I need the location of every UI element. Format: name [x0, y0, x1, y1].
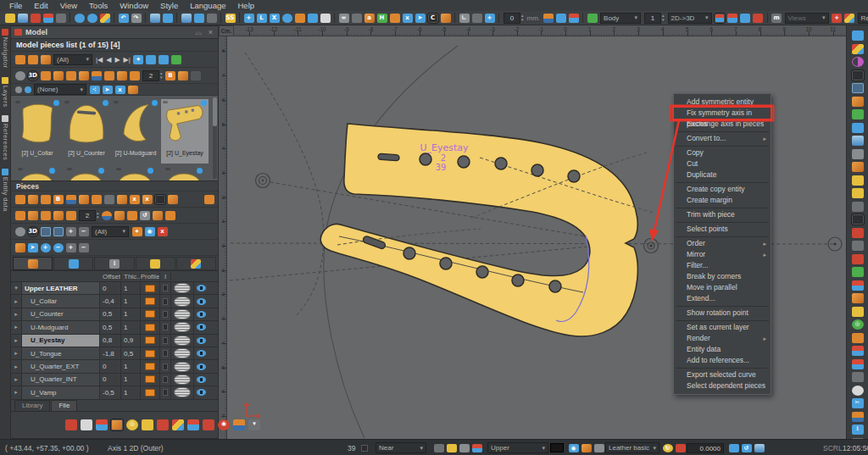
- layers-icon[interactable]: [447, 444, 457, 452]
- paste-icon[interactable]: [207, 14, 217, 23]
- project-dropdown[interactable]: Red21_RRSS02▾: [858, 13, 868, 24]
- target-icon[interactable]: [282, 14, 292, 23]
- eyelet-hole[interactable]: [568, 170, 580, 182]
- pen-green-icon[interactable]: [587, 14, 598, 23]
- paperclip-icon[interactable]: [852, 149, 864, 159]
- p2-curve-icon[interactable]: [66, 211, 76, 220]
- p4-dot-add-icon[interactable]: +: [41, 243, 51, 252]
- p3-3d-icon[interactable]: 3D: [28, 227, 38, 236]
- lock-entity-icon[interactable]: a: [364, 14, 375, 23]
- arc-icon[interactable]: [308, 14, 318, 23]
- menu-item-select-dependent-pieces[interactable]: Select dependent pieces: [674, 380, 771, 391]
- curve-x-icon[interactable]: [390, 14, 400, 23]
- menu-item-order[interactable]: Order▸: [674, 238, 771, 249]
- size-checkbox[interactable]: [361, 440, 368, 455]
- plane-blue-icon[interactable]: [740, 14, 750, 23]
- menu-item-break-by-corners[interactable]: Break by corners: [674, 271, 771, 282]
- flag-red2-icon[interactable]: [727, 14, 737, 23]
- thickness-value[interactable]: 1: [121, 374, 141, 386]
- table-row-u-eyestay[interactable]: ▸U_Eyestay0,80,9: [11, 335, 218, 347]
- square-red-icon[interactable]: [203, 419, 214, 430]
- thickness-value[interactable]: 0,9: [121, 335, 141, 347]
- ruler-blue-icon[interactable]: [852, 412, 864, 422]
- eyelet-hole[interactable]: [495, 158, 507, 169]
- eyelet-hole[interactable]: [549, 280, 561, 292]
- piece-copy-icon[interactable]: [104, 71, 114, 80]
- menu-item-add-symmetric-entity[interactable]: Add symmetric entity: [674, 97, 771, 108]
- row-checkbox[interactable]: [163, 298, 168, 305]
- pencil-edit-icon[interactable]: [28, 55, 38, 64]
- p3-minus-icon[interactable]: −: [79, 227, 89, 236]
- tab-wave[interactable]: [136, 257, 175, 270]
- piece-add-icon[interactable]: [41, 71, 51, 80]
- table-row-u-quarter-ext[interactable]: ▸U_Quarter_EXT01: [11, 360, 218, 373]
- eyelet-hole[interactable]: [512, 275, 524, 286]
- upper-slot[interactable]: [378, 153, 399, 161]
- snap-icon[interactable]: [459, 444, 470, 452]
- p2-piece3-icon[interactable]: [165, 211, 175, 220]
- thumbnail-2-u-mudguard[interactable]: ∞[2] U-Mudguard: [112, 99, 159, 164]
- piece-orange-icon[interactable]: [111, 419, 123, 430]
- profile-icon[interactable]: [145, 324, 155, 331]
- piece-orange-icon[interactable]: [852, 293, 864, 303]
- nav-next-button[interactable]: ▶: [114, 56, 120, 64]
- import-icon[interactable]: [194, 14, 204, 23]
- menu-view[interactable]: View: [54, 1, 83, 10]
- menu-item-create-copy-entity[interactable]: Create copy entity: [674, 184, 771, 195]
- last-small-icon[interactable]: [676, 444, 686, 452]
- profile-preview[interactable]: [174, 309, 191, 319]
- row-expander[interactable]: ▸: [11, 386, 22, 398]
- piece-swap-icon[interactable]: [92, 71, 102, 80]
- profile-icon[interactable]: [145, 375, 155, 383]
- p3-box2-icon[interactable]: [53, 227, 64, 236]
- axis-point-symmetry[interactable]: [644, 239, 659, 253]
- project-colors-icon[interactable]: [844, 14, 854, 23]
- p-hand-icon[interactable]: [117, 195, 127, 204]
- offset-value[interactable]: 0,8: [100, 335, 121, 347]
- offset-value[interactable]: -0,4: [100, 295, 121, 307]
- grid-icon[interactable]: [434, 444, 444, 452]
- square-blue-icon[interactable]: [852, 123, 864, 133]
- copies-spinner[interactable]: 1▴▾: [644, 13, 665, 24]
- visibility-eye-icon[interactable]: [197, 285, 206, 291]
- squares-gray-icon[interactable]: [852, 241, 864, 251]
- nav-first-button[interactable]: |◀: [96, 56, 103, 64]
- thumbnail-scrollbar[interactable]: [213, 97, 217, 179]
- row-expander[interactable]: ▸: [11, 335, 22, 347]
- side-tab-entity-data[interactable]: Entity data: [2, 169, 9, 212]
- pieces-all-dropdown[interactable]: (All)▾: [92, 226, 129, 237]
- mannequin-icon[interactable]: [556, 14, 566, 23]
- menu-item-trim-with-piece[interactable]: Trim with piece: [674, 209, 771, 220]
- piece-yellow-icon[interactable]: [852, 307, 864, 317]
- shoe-gray-icon[interactable]: [56, 14, 66, 23]
- papers-gray-icon[interactable]: [852, 202, 864, 212]
- profile-preview[interactable]: [174, 387, 191, 397]
- wrench-icon[interactable]: [594, 444, 604, 452]
- angle-snap-icon[interactable]: ∟: [459, 14, 470, 23]
- add-view-icon[interactable]: +: [832, 14, 842, 23]
- piece-dim-icon[interactable]: [191, 71, 201, 80]
- p2-round-icon[interactable]: [102, 211, 112, 220]
- flip-piece-icon[interactable]: [543, 14, 554, 23]
- table-row-u-mudguard[interactable]: ▸U-Mudguard0,51: [11, 321, 218, 334]
- p4-table-add-icon[interactable]: +: [66, 243, 76, 252]
- p3-eye-x-icon[interactable]: x: [158, 227, 168, 236]
- shoe-flag-icon[interactable]: [852, 228, 864, 238]
- menu-item-copy[interactable]: Copy: [674, 147, 771, 158]
- menu-item-cut[interactable]: Cut: [674, 158, 771, 169]
- row-expander[interactable]: ▸: [11, 308, 22, 320]
- menu-item-move-in-parallel[interactable]: Move in parallel: [674, 282, 771, 293]
- p-del-icon[interactable]: [28, 195, 38, 204]
- piece-x-icon[interactable]: [178, 71, 188, 80]
- shoe-green-icon[interactable]: [852, 267, 864, 277]
- profile-icon[interactable]: [145, 285, 155, 292]
- visibility-eye-icon[interactable]: [197, 324, 206, 330]
- axis-point-left[interactable]: [256, 174, 270, 188]
- profile-preview[interactable]: [174, 283, 191, 293]
- lock-icon[interactable]: [581, 444, 592, 452]
- piece-gray-icon[interactable]: [852, 372, 864, 382]
- row-expander[interactable]: ▸: [11, 360, 22, 372]
- row-expander[interactable]: ▸: [11, 295, 22, 307]
- pieces-spinner[interactable]: 2▴▾: [79, 210, 99, 221]
- piece-del-icon[interactable]: [53, 71, 64, 80]
